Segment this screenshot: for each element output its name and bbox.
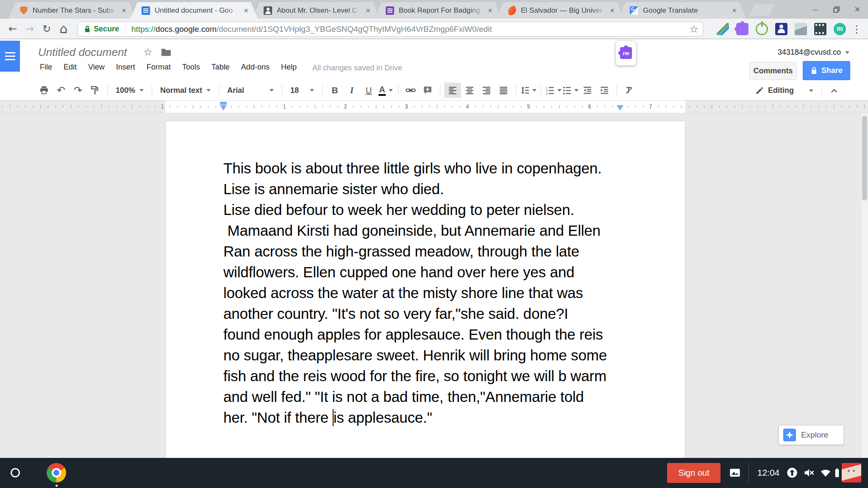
editing-mode-button[interactable]: Editing [751,83,818,98]
tab-book-report[interactable]: Book Report For Badging × [375,2,502,19]
print-button[interactable] [36,83,53,98]
underline-button[interactable]: U [360,83,377,98]
docs-home-menu-button[interactable] [0,41,20,72]
doc-line[interactable]: fish and the reis wood for the fire, so … [223,365,643,386]
doc-line[interactable]: Lise is annemarie sister who died. [223,178,643,199]
move-to-folder-icon[interactable] [161,48,171,58]
menu-view[interactable]: View [88,63,105,72]
align-left-button[interactable] [444,83,461,98]
doc-line[interactable]: another country. "It's not so very far,"… [223,303,643,324]
first-line-indent-marker[interactable] [220,102,227,105]
doc-line[interactable]: Ran across the high-grassed meadow, thro… [223,241,643,262]
paragraph-style-select[interactable]: Normal text [156,83,215,98]
tab-close-icon[interactable]: × [122,6,126,14]
account-email[interactable]: 343184@cvusd.co [778,48,849,57]
share-button[interactable]: Share [803,61,850,80]
menu-insert[interactable]: Insert [116,63,135,72]
clear-formatting-button[interactable] [621,83,638,98]
account-avatar[interactable] [842,463,861,482]
readwrite-toolbar-button[interactable]: rw [615,40,637,66]
film-extension-icon[interactable] [814,23,826,35]
comments-button[interactable]: Comments [749,62,797,80]
paint-format-button[interactable] [86,83,103,98]
document-page[interactable]: This book is about three little girls wh… [165,121,685,458]
tab-number-the-stars[interactable]: Number The Stars - Subs × [8,2,136,19]
window-minimize-button[interactable]: – [808,3,822,16]
tab-close-icon[interactable]: × [732,6,737,14]
address-bar[interactable]: Secure https://docs.google.com/document/… [78,22,703,36]
screenshot-image-icon[interactable] [729,467,741,479]
new-tab-button[interactable] [749,4,775,16]
chrome-app-icon[interactable] [47,463,66,482]
secure-indicator[interactable]: Secure [84,25,119,33]
window-close-button[interactable]: × [850,3,865,16]
doc-line[interactable]: wildflowers. Ellen cupped one hand over … [223,262,643,282]
font-size-select[interactable]: 18 [286,83,318,98]
bold-button[interactable]: B [326,83,343,98]
wifi-icon[interactable] [820,467,832,479]
sign-out-button[interactable]: Sign out [667,463,721,483]
decrease-indent-button[interactable] [579,83,596,98]
redo-button[interactable]: ↷ [70,83,86,98]
doc-line[interactable]: and well fed." "It is not a bad time, th… [223,386,643,407]
m-extension-icon[interactable]: m [834,23,846,35]
browser-menu-button[interactable]: ⋮ [850,23,863,36]
justify-button[interactable] [495,83,512,98]
line-spacing-button[interactable] [520,83,537,98]
menu-tools[interactable]: Tools [182,63,200,72]
collapse-toolbar-button[interactable] [826,83,843,98]
tab-close-icon[interactable]: × [610,6,615,14]
menu-format[interactable]: Format [147,63,171,72]
document-title[interactable]: Untitled document [38,46,127,59]
tab-close-icon[interactable]: × [488,6,492,14]
increase-indent-button[interactable] [596,83,613,98]
zoom-select[interactable]: 100% [111,83,148,98]
font-select[interactable]: Arial [223,83,278,98]
power-extension-icon[interactable] [756,23,768,35]
window-restore-button[interactable] [829,3,843,16]
menu-help[interactable]: Help [281,63,297,72]
tab-google-translate[interactable]: Google Translate × [619,2,746,19]
menu-edit[interactable]: Edit [64,63,77,72]
scrollbar-thumb[interactable] [862,116,867,201]
tab-el-salvador[interactable]: El Salvador — Big Univer × [497,2,624,19]
readwrite-extension-icon[interactable] [736,23,748,35]
menu-table[interactable]: Table [211,63,230,72]
doc-line[interactable]: no sugar, theapplesare sweet. Henrik wil… [223,345,643,365]
menu-addons[interactable]: Add-ons [241,63,270,72]
undo-button[interactable]: ↶ [53,83,70,98]
left-indent-marker[interactable] [220,105,227,111]
tab-about-mr-olsen[interactable]: About Mr. Olsen- Level C × [253,2,380,19]
doc-line-with-cursor[interactable]: her. "Not if there is applesauce." [223,407,643,429]
doc-line[interactable]: found enough apples for applesauce. Even… [223,324,643,345]
bookmark-star-icon[interactable]: ☆ [689,24,698,34]
numbered-list-button[interactable]: 123 [545,83,562,98]
scrollbar-track[interactable] [861,113,868,458]
insert-link-button[interactable] [402,83,419,98]
align-center-button[interactable] [461,83,478,98]
doc-line[interactable]: looked across the water at the misty sho… [223,282,643,303]
back-button[interactable]: ← [4,20,21,37]
align-right-button[interactable] [478,83,495,98]
right-indent-marker[interactable] [617,105,623,111]
profile-extension-icon[interactable] [775,23,787,35]
home-button[interactable]: ⌂ [55,20,72,37]
doc-line[interactable]: Lise died befour to week her wedding to … [223,199,643,220]
explore-button[interactable]: Explore [779,425,844,445]
forward-button[interactable]: → [21,20,38,37]
doc-line[interactable]: Mamaand Kirsti had goneinside, but Annem… [223,220,643,241]
volume-muted-icon[interactable] [803,467,815,479]
reload-button[interactable]: ↻ [38,20,55,37]
tab-close-icon[interactable]: × [366,6,370,14]
insert-comment-button[interactable] [419,83,436,98]
battery-icon[interactable] [832,467,843,479]
kami-extension-icon[interactable] [717,23,729,35]
italic-button[interactable]: I [343,83,360,98]
launcher-button[interactable] [11,468,20,477]
cube-extension-icon[interactable] [795,23,807,35]
tab-close-icon[interactable]: × [244,6,248,14]
clock[interactable]: 12:04 [755,468,782,478]
text-color-button[interactable]: A [377,83,394,98]
tab-untitled-document[interactable]: Untitled document - Goo × [131,2,258,19]
doc-line[interactable]: This book is about three little girls wh… [223,158,643,178]
